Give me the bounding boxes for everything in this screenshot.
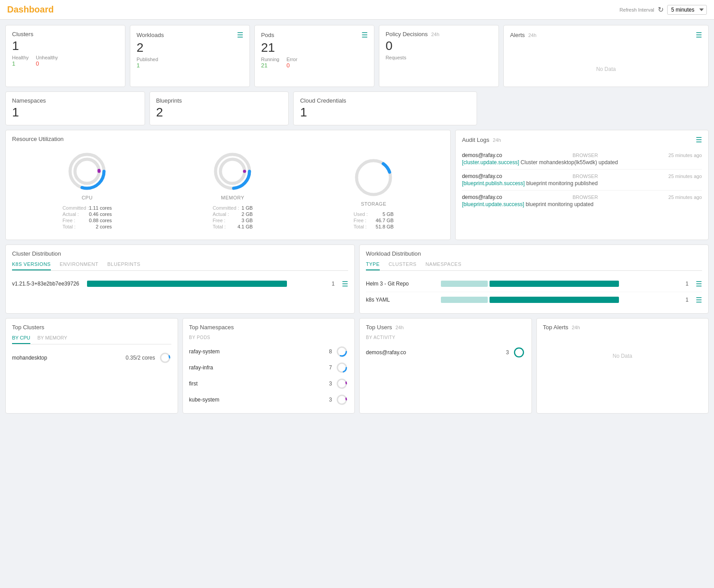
workloads-value: 2 [137,41,243,55]
storage-used-label: Used : [353,211,368,217]
top-users-card: Top Users 24h BY ACTIVITY demos@rafay.co… [359,318,532,414]
cpu-label: CPU [82,195,93,200]
pods-title: Pods [261,32,274,38]
namespaces-title: Namespaces [12,97,46,104]
storage-free-val: 46.7 GB [376,218,394,223]
workload-tab-ns[interactable]: NAMESPACES [425,261,461,270]
audit-entries: demos@rafay.co BROWSER 25 minutes ago [c… [462,149,702,211]
top-clusters-tab-cpu[interactable]: BY CPU [12,335,30,344]
workload-dist-bar-1 [441,297,676,303]
audit-desc-2: blueprint monitoring updated [526,201,594,207]
donut-row: CPU Committed : 1.11 cores Actual : 0.46… [12,147,444,234]
clusters-title: Clusters [12,31,33,37]
cluster-dist-card: Cluster Distribution K8S VERSIONS ENVIRO… [5,244,355,314]
pods-list-icon[interactable]: ☰ [361,31,368,39]
header: Dashboard Refresh Interval ↻ 1 minute 5 … [0,0,714,20]
svg-point-2 [75,159,99,183]
cpu-actual-val: 0.46 cores [89,211,112,217]
ns-item-1: rafay-infra 7 [189,360,349,376]
ns-count-3: 3 [329,397,332,403]
main-content: Clusters 1 Healthy 1 Unhealthy 0 Workloa… [0,20,714,419]
ns-item-3: kube-system 3 [189,392,349,408]
audit-source-1: BROWSER [573,174,598,179]
pods-value: 21 [261,41,368,55]
workload-bar-light-1 [441,297,488,303]
audit-email-1: demos@rafay.co [462,173,502,179]
cluster-dist-icon-0[interactable]: ☰ [342,280,348,288]
top-namespaces-card: Top Namespaces BY PODS rafay-system 8 ra… [183,318,355,414]
refresh-interval-select[interactable]: 1 minute 5 minutes 10 minutes 30 minutes [667,5,707,15]
storage-donut: STORAGE Used : 5 GB Free : 46.7 GB Total… [353,157,394,230]
top-clusters-tab-mem[interactable]: BY MEMORY [37,335,67,344]
workloads-list-icon[interactable]: ☰ [237,31,243,39]
alerts-title: Alerts [510,32,525,38]
cluster-name-0: mohandesktop [12,355,47,361]
cluster-dist-count-0: 1 [326,281,335,287]
audit-source-2: BROWSER [573,195,598,200]
cpu-free-label: Free : [62,218,75,223]
user-ring-0 [513,346,525,359]
svg-point-20 [515,348,523,357]
namespaces-card: Namespaces 1 [5,91,145,125]
mem-committed-label: Committed : [212,205,239,211]
audit-source-0: BROWSER [573,153,598,158]
ns-ring-1 [336,361,348,374]
bottom-row: Top Clusters BY CPU BY MEMORY mohandeskt… [5,318,709,414]
cluster-tab-bp[interactable]: BLUEPRINTS [107,261,140,270]
mem-actual-val: 2 GB [241,211,253,217]
storage-total-val: 51.8 GB [376,224,394,229]
workload-dist-item-0: Helm 3 - Git Repo 1 ☰ [366,276,702,292]
refresh-area: Refresh Interval ↻ 1 minute 5 minutes 10… [619,5,707,15]
workload-dist-icon-1[interactable]: ☰ [696,296,702,304]
ns-count-2: 3 [329,381,332,387]
workloads-published-value: 1 [137,62,158,69]
pods-error-label: Error [286,57,297,62]
top-clusters-title: Top Clusters [12,324,171,331]
top-users-badge: 24h [395,325,403,330]
clusters-value: 1 [12,39,119,53]
top-alerts-card: Top Alerts 24h No Data [536,318,709,414]
workload-tab-type[interactable]: TYPE [366,261,380,270]
ns-item-0: rafay-system 8 [189,344,349,360]
top-alerts-badge: 24h [572,325,580,330]
refresh-icon[interactable]: ↻ [658,5,664,14]
cloud-creds-card: Cloud Credentials 1 [293,91,477,125]
workload-dist-tabs: TYPE CLUSTERS NAMESPACES [366,261,702,271]
workload-bar-dark-1 [490,297,619,303]
workload-dist-card: Workload Distribution TYPE CLUSTERS NAME… [359,244,709,314]
audit-card: Audit Logs 24h ☰ demos@rafay.co BROWSER … [455,130,709,240]
cpu-donut-svg [67,151,107,191]
cpu-total-label: Total : [62,224,75,229]
alerts-list-icon[interactable]: ☰ [696,31,702,39]
mem-actual-label: Actual : [212,211,229,217]
clusters-unhealthy-value: 0 [36,60,58,67]
audit-time-2: 25 minutes ago [668,195,702,200]
workload-dist-icon-0[interactable]: ☰ [696,280,702,288]
cluster-tab-k8s[interactable]: K8S VERSIONS [12,261,51,270]
ns-name-3: kube-system [189,397,220,403]
audit-entry-1: demos@rafay.co BROWSER 25 minutes ago [b… [462,170,702,190]
workload-bar-light-0 [441,281,488,287]
audit-list-icon[interactable]: ☰ [696,136,702,144]
memory-label: MEMORY [221,195,244,200]
cluster-tab-env[interactable]: ENVIRONMENT [60,261,99,270]
storage-total-label: Total : [353,224,366,229]
workloads-card: Workloads ☰ 2 Published 1 [130,25,250,87]
mem-total-val: 4.1 GB [237,224,253,229]
page-title: Dashboard [7,4,54,15]
namespaces-value: 1 [12,106,138,120]
cpu-donut: CPU Committed : 1.11 cores Actual : 0.46… [62,151,112,230]
storage-used-val: 5 GB [382,211,394,217]
refresh-interval-label: Refresh Interval [619,7,654,12]
cpu-committed-label: Committed : [62,205,89,211]
workloads-published-label: Published [137,57,158,62]
spacer [482,91,709,125]
cluster-dist-label-0: v1.21.5-3+83e2bb7ee39726 [12,281,83,287]
top-clusters-card: Top Clusters BY CPU BY MEMORY mohandeskt… [5,318,178,414]
cpu-total-val: 2 cores [96,224,112,229]
top-namespaces-sub-label: BY PODS [189,335,349,340]
stats-row-1: Clusters 1 Healthy 1 Unhealthy 0 Workloa… [5,25,709,87]
blueprints-card: Blueprints 2 [149,91,289,125]
ns-ring-0 [336,345,348,358]
workload-tab-clusters[interactable]: CLUSTERS [389,261,417,270]
